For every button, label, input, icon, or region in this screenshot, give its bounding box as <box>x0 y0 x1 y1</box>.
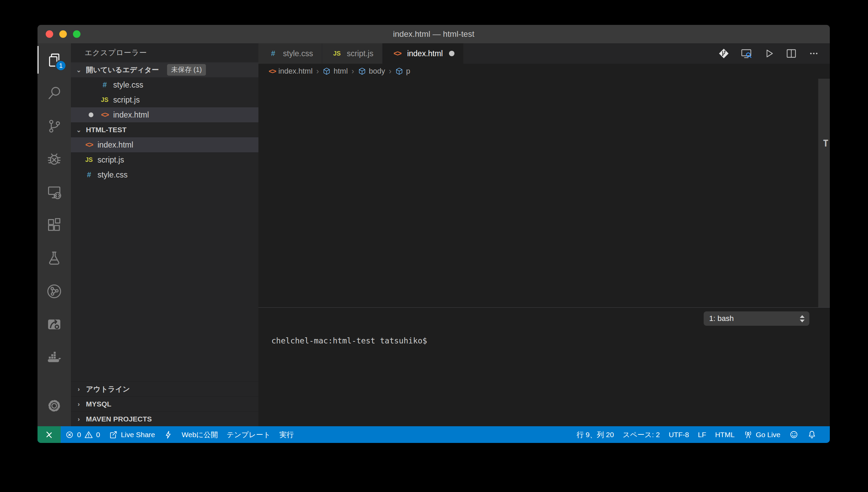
css-file-icon: # <box>83 170 95 179</box>
open-editors-count-badge: 1 <box>55 60 66 71</box>
activity-publish-button[interactable] <box>38 308 71 341</box>
more-actions-button[interactable] <box>808 48 820 59</box>
breadcrumb-item-body[interactable]: body <box>358 67 385 76</box>
file-tree-item-script.js[interactable]: JSscript.js <box>71 152 258 167</box>
html-file-icon: <> <box>99 110 110 119</box>
source-control-icon <box>46 118 62 134</box>
tab-index.html[interactable]: <>index.html <box>383 43 464 64</box>
sidebar-title: エクスプローラー <box>71 43 258 62</box>
run-button[interactable] <box>763 48 775 59</box>
sidebar-section-アウトライン[interactable]: ›アウトライン <box>71 381 258 396</box>
panel-header: 1: bash <box>258 308 830 329</box>
activity-debug-button[interactable] <box>38 142 71 175</box>
html-file-icon: <> <box>269 67 276 75</box>
activity-docker-button[interactable] <box>38 341 71 374</box>
live-share-status[interactable]: Live Share <box>104 426 159 443</box>
remote-indicator-icon <box>44 430 54 440</box>
breadcrumb-item-p[interactable]: p <box>395 67 410 76</box>
notifications-bell-button[interactable] <box>803 426 821 443</box>
css-file-icon: # <box>267 49 279 58</box>
terminal-output[interactable]: chelchel-mac:html-test tatsuhiko$ <box>258 329 830 345</box>
feedback-smiley-button[interactable] <box>785 426 803 443</box>
settings-gear-button[interactable] <box>38 389 71 422</box>
open-preview-icon <box>740 48 752 59</box>
chevron-right-icon: › <box>75 415 83 423</box>
activity-live-share-button[interactable] <box>38 275 71 308</box>
publish-icon <box>46 317 62 332</box>
open-preview-button[interactable] <box>740 48 752 59</box>
bell-icon <box>807 430 817 439</box>
shell-selector[interactable]: 1: bash <box>704 311 809 326</box>
editor-scrollbar[interactable] <box>818 79 830 307</box>
docker-icon <box>46 350 62 365</box>
activity-search-button[interactable] <box>38 76 71 109</box>
sidebar-section-MAVEN PROJECTS[interactable]: ›MAVEN PROJECTS <box>71 411 258 426</box>
template-status[interactable]: テンプレート <box>222 426 275 443</box>
select-arrows-icon <box>800 315 805 322</box>
activity-explorer-button[interactable]: 1 <box>38 43 71 76</box>
activity-remote-explorer-button[interactable] <box>38 175 71 209</box>
more-actions-icon <box>808 48 820 59</box>
breadcrumb: <>index.html›html›body›p <box>258 64 830 79</box>
status-bar: 0 0 Live Share Webに公開 テンプレート 実行 行 9、列 20… <box>38 426 830 443</box>
bottom-panel: 1: bash chelchel-mac:html-test tatsuhiko… <box>258 307 830 426</box>
bolt-status[interactable] <box>160 426 177 443</box>
editor-area: #style.cssJSscript.js<>index.html <>inde… <box>258 43 830 426</box>
encoding-status[interactable]: UTF-8 <box>664 426 693 443</box>
open-editor-item-index.html[interactable]: <>index.html <box>71 107 258 122</box>
js-file-icon: JS <box>99 96 110 104</box>
symbol-cube-icon <box>358 67 366 75</box>
go-live-icon <box>744 430 753 439</box>
open-editor-item-style.css[interactable]: #style.css <box>71 77 258 92</box>
indentation-status[interactable]: スペース: 2 <box>618 426 664 443</box>
tab-style.css[interactable]: #style.css <box>258 43 322 64</box>
lightning-bolt-icon <box>164 430 173 439</box>
extensions-icon <box>46 217 62 233</box>
live-share-status-icon <box>109 430 118 439</box>
breadcrumb-separator: › <box>316 67 320 76</box>
go-live-status[interactable]: Go Live <box>739 426 785 443</box>
warning-triangle-icon <box>84 430 93 439</box>
tab-script.js[interactable]: JSscript.js <box>322 43 383 64</box>
chevron-right-icon: › <box>75 385 83 393</box>
publish-status[interactable]: Webに公開 <box>177 426 222 443</box>
window-title: index.html — html-test <box>38 25 830 43</box>
sidebar-section-MYSQL[interactable]: ›MYSQL <box>71 396 258 411</box>
vscode-window: index.html — html-test 1 エクスプローラー ⌄ 開いてい… <box>38 25 830 443</box>
activity-bar: 1 <box>38 43 71 426</box>
activity-extensions-button[interactable] <box>38 209 71 242</box>
css-file-icon: # <box>99 80 110 89</box>
chevron-right-icon: › <box>75 400 83 408</box>
folder-header[interactable]: ⌄ HTML-TEST <box>71 122 258 137</box>
symbol-cube-icon <box>395 67 403 75</box>
unsaved-dot <box>89 112 93 117</box>
code-editor[interactable]: T <box>258 79 830 307</box>
explorer-sidebar: エクスプローラー ⌄ 開いているエディター 未保存 (1) #style.css… <box>71 43 258 426</box>
unsaved-dot <box>449 51 454 56</box>
breadcrumb-item-html[interactable]: html <box>323 67 348 76</box>
tab-bar: #style.cssJSscript.js<>index.html <box>258 43 830 64</box>
activity-source-control-button[interactable] <box>38 109 71 142</box>
open-editors-header[interactable]: ⌄ 開いているエディター 未保存 (1) <box>71 62 258 77</box>
breadcrumb-item-index.html[interactable]: <>index.html <box>269 67 313 76</box>
js-file-icon: JS <box>331 50 343 57</box>
chevron-down-icon: ⌄ <box>75 126 83 134</box>
open-changes-button[interactable] <box>718 48 730 59</box>
run-status[interactable]: 実行 <box>275 426 298 443</box>
file-tree-item-style.css[interactable]: #style.css <box>71 167 258 182</box>
search-icon <box>46 85 62 101</box>
split-editor-button[interactable] <box>785 48 797 59</box>
settings-gear-icon <box>46 398 62 414</box>
problems-status[interactable]: 0 0 <box>61 426 104 443</box>
cursor-position-status[interactable]: 行 9、列 20 <box>572 426 618 443</box>
activity-test-flask-button[interactable] <box>38 242 71 275</box>
unsaved-badge: 未保存 (1) <box>167 64 206 76</box>
eol-status[interactable]: LF <box>693 426 711 443</box>
live-share-icon <box>46 283 62 299</box>
file-tree-item-index.html[interactable]: <>index.html <box>71 137 258 152</box>
debug-icon <box>46 151 62 167</box>
split-editor-icon <box>785 48 797 59</box>
open-editor-item-script.js[interactable]: JSscript.js <box>71 92 258 107</box>
remote-indicator[interactable] <box>38 426 61 443</box>
language-mode-status[interactable]: HTML <box>710 426 739 443</box>
